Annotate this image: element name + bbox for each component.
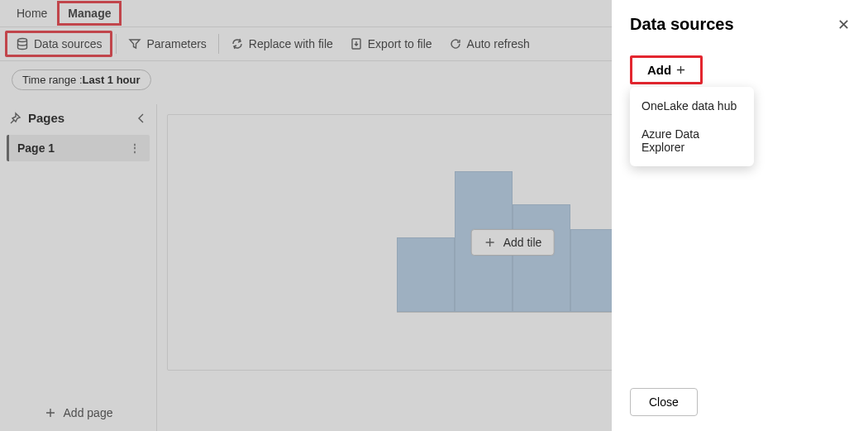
add-data-source-button[interactable]: Add [630, 55, 703, 84]
time-range-label: Time range : [22, 74, 83, 86]
sidebar-header: Pages [0, 104, 156, 132]
add-tile-label: Add tile [503, 236, 542, 249]
toolbar-export[interactable]: Export to file [341, 33, 441, 55]
plus-icon [676, 65, 685, 74]
toolbar-parameters-label: Parameters [146, 37, 206, 50]
chart-bar [513, 204, 570, 312]
export-icon [350, 37, 363, 50]
sidebar-title: Pages [28, 111, 64, 125]
database-icon [16, 37, 29, 50]
time-range-pill[interactable]: Time range : Last 1 hour [12, 69, 151, 90]
close-button[interactable]: Close [630, 388, 698, 416]
toolbar-auto-refresh-label: Auto refresh [467, 37, 530, 50]
breadcrumb-manage[interactable]: Manage [57, 1, 122, 26]
svg-point-0 [18, 39, 27, 42]
plus-icon [44, 406, 57, 419]
toolbar-export-label: Export to file [368, 37, 432, 50]
toolbar-data-sources-label: Data sources [34, 37, 102, 50]
pin-icon [8, 112, 21, 125]
toolbar-separator [218, 34, 219, 54]
close-icon[interactable]: ✕ [837, 16, 850, 34]
add-tile-button[interactable]: Add tile [471, 229, 555, 256]
dropdown-item-onelake[interactable]: OneLake data hub [630, 92, 754, 120]
toolbar-auto-refresh[interactable]: Auto refresh [441, 33, 538, 55]
page-label: Page 1 [17, 141, 55, 155]
plus-icon [484, 236, 497, 249]
sidebar: Pages Page 1 ⋮ Add page [0, 104, 157, 431]
refresh-icon [449, 37, 462, 50]
time-range-value: Last 1 hour [83, 74, 141, 86]
chart-bar [397, 237, 455, 312]
data-sources-panel: Data sources ✕ Add OneLake data hub Azur… [612, 0, 868, 431]
panel-title: Data sources [630, 15, 734, 34]
sidebar-page-item[interactable]: Page 1 ⋮ [7, 135, 150, 161]
dropdown-item-azure-data-explorer[interactable]: Azure Data Explorer [630, 120, 754, 161]
toolbar-replace-label: Replace with file [249, 37, 333, 50]
filter-icon [128, 37, 141, 50]
add-dropdown: OneLake data hub Azure Data Explorer [630, 87, 754, 166]
toolbar-parameters[interactable]: Parameters [120, 33, 214, 55]
toolbar-data-sources[interactable]: Data sources [5, 31, 112, 57]
chevron-left-icon[interactable] [135, 112, 148, 125]
toolbar-replace[interactable]: Replace with file [222, 33, 341, 55]
more-icon[interactable]: ⋮ [129, 141, 141, 155]
toolbar-separator [116, 34, 117, 54]
add-page-button[interactable]: Add page [0, 395, 156, 431]
add-page-label: Add page [64, 406, 113, 419]
replace-icon [231, 37, 244, 50]
breadcrumb-home[interactable]: Home [7, 2, 57, 25]
add-label: Add [647, 63, 671, 77]
